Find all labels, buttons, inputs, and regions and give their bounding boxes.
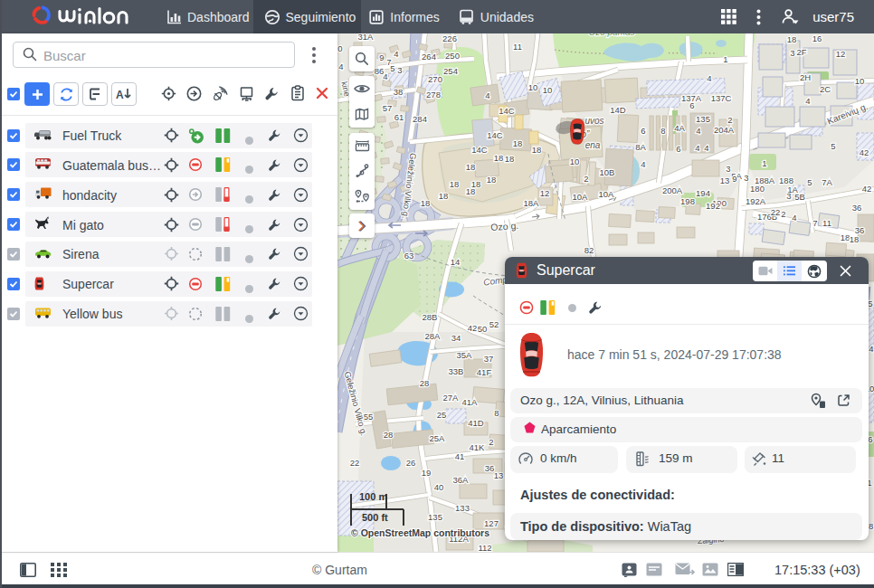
svg-text:192A: 192A bbox=[746, 196, 766, 206]
svg-text:8: 8 bbox=[494, 408, 499, 418]
svg-text:6: 6 bbox=[676, 144, 680, 154]
svg-text:4: 4 bbox=[792, 213, 796, 223]
svg-text:57: 57 bbox=[383, 103, 393, 113]
svg-text:14D: 14D bbox=[610, 105, 626, 115]
svg-text:112: 112 bbox=[478, 543, 491, 552]
svg-text:18: 18 bbox=[841, 232, 850, 242]
svg-text:28A: 28A bbox=[425, 331, 442, 341]
svg-text:10A: 10A bbox=[599, 189, 615, 199]
svg-text:3: 3 bbox=[726, 164, 730, 174]
svg-text:14C: 14C bbox=[471, 145, 488, 155]
svg-text:ena: ena bbox=[585, 140, 601, 150]
svg-text:4A: 4A bbox=[674, 123, 685, 133]
svg-text:18: 18 bbox=[513, 138, 523, 148]
svg-text:4: 4 bbox=[485, 90, 489, 100]
svg-text:31A: 31A bbox=[358, 33, 375, 42]
svg-text:26: 26 bbox=[406, 458, 416, 468]
svg-text:10: 10 bbox=[855, 76, 865, 86]
svg-text:9: 9 bbox=[379, 52, 384, 62]
svg-text:3: 3 bbox=[790, 48, 794, 58]
svg-text:4: 4 bbox=[707, 73, 711, 83]
svg-text:5: 5 bbox=[390, 63, 394, 73]
svg-text:133: 133 bbox=[455, 503, 470, 513]
svg-text:8A: 8A bbox=[635, 142, 646, 152]
svg-text:264: 264 bbox=[422, 52, 436, 62]
svg-text:Ozo g.: Ozo g. bbox=[490, 220, 519, 232]
svg-text:uvos: uvos bbox=[584, 116, 603, 126]
svg-text:2: 2 bbox=[584, 174, 588, 184]
svg-text:2H: 2H bbox=[800, 72, 811, 82]
svg-text:28: 28 bbox=[384, 430, 394, 440]
svg-text:4: 4 bbox=[869, 344, 873, 354]
svg-text:28B: 28B bbox=[423, 312, 438, 322]
svg-text:14C: 14C bbox=[499, 106, 515, 116]
svg-text:13: 13 bbox=[494, 470, 504, 480]
svg-text:52: 52 bbox=[489, 319, 499, 329]
svg-text:284: 284 bbox=[413, 114, 427, 124]
svg-text:11: 11 bbox=[822, 218, 831, 228]
svg-text:5B: 5B bbox=[794, 192, 805, 202]
svg-text:4: 4 bbox=[394, 49, 398, 59]
svg-text:10: 10 bbox=[570, 156, 580, 166]
svg-text:1: 1 bbox=[762, 158, 766, 168]
svg-text:3: 3 bbox=[744, 173, 748, 183]
svg-text:18: 18 bbox=[850, 234, 860, 244]
svg-text:0: 0 bbox=[337, 43, 342, 53]
svg-text:10A: 10A bbox=[573, 192, 589, 202]
svg-text:14C: 14C bbox=[487, 130, 503, 140]
svg-text:10: 10 bbox=[543, 85, 553, 95]
svg-text:254: 254 bbox=[443, 66, 458, 76]
svg-text:42: 42 bbox=[468, 323, 478, 333]
svg-text:Ozo parkas: Ozo parkas bbox=[588, 33, 634, 37]
svg-text:11: 11 bbox=[513, 42, 522, 52]
svg-text:27A: 27A bbox=[443, 393, 460, 403]
svg-text:38: 38 bbox=[394, 87, 404, 97]
svg-text:18A: 18A bbox=[524, 198, 540, 208]
svg-text:8: 8 bbox=[660, 126, 665, 136]
svg-text:61: 61 bbox=[394, 112, 404, 122]
svg-text:135: 135 bbox=[428, 512, 442, 522]
svg-text:16: 16 bbox=[812, 33, 822, 43]
svg-text:2: 2 bbox=[489, 437, 493, 447]
svg-text:25: 25 bbox=[437, 410, 447, 420]
svg-text:6: 6 bbox=[641, 126, 645, 136]
svg-text:41: 41 bbox=[455, 451, 465, 461]
svg-text:188: 188 bbox=[779, 175, 793, 185]
svg-text:13: 13 bbox=[720, 175, 730, 185]
svg-text:19: 19 bbox=[422, 468, 432, 478]
svg-text:22: 22 bbox=[771, 207, 781, 217]
svg-text:37: 37 bbox=[484, 354, 494, 364]
svg-text:137C: 137C bbox=[711, 93, 732, 103]
svg-text:6: 6 bbox=[868, 434, 872, 444]
svg-text:250: 250 bbox=[445, 51, 460, 61]
svg-text:36: 36 bbox=[852, 203, 862, 213]
svg-text:18: 18 bbox=[421, 198, 431, 208]
svg-text:4: 4 bbox=[805, 96, 810, 106]
svg-text:4: 4 bbox=[696, 126, 700, 136]
svg-text:100 m: 100 m bbox=[359, 491, 387, 502]
svg-text:10: 10 bbox=[528, 82, 538, 92]
svg-text:14: 14 bbox=[451, 257, 461, 267]
svg-text:42: 42 bbox=[862, 184, 872, 194]
svg-text:50: 50 bbox=[478, 324, 488, 334]
svg-text:18: 18 bbox=[787, 34, 797, 44]
svg-text:36A: 36A bbox=[453, 475, 470, 485]
svg-text:188A: 188A bbox=[755, 175, 775, 185]
svg-text:2C: 2C bbox=[820, 84, 831, 94]
svg-text:35A: 35A bbox=[457, 350, 473, 360]
svg-text:4: 4 bbox=[338, 62, 343, 71]
svg-text:22: 22 bbox=[350, 458, 360, 468]
svg-text:204A: 204A bbox=[714, 125, 735, 135]
svg-text:18: 18 bbox=[494, 153, 504, 163]
svg-text:A: A bbox=[116, 89, 124, 101]
svg-text:18: 18 bbox=[505, 154, 515, 164]
svg-text:226: 226 bbox=[442, 33, 457, 43]
svg-text:2F: 2F bbox=[796, 47, 806, 57]
svg-text:4: 4 bbox=[695, 143, 699, 153]
svg-text:270: 270 bbox=[428, 74, 442, 84]
svg-text:5: 5 bbox=[868, 299, 872, 308]
svg-text:10B: 10B bbox=[600, 167, 615, 177]
svg-text:137A: 137A bbox=[681, 93, 702, 103]
svg-text:2: 2 bbox=[727, 115, 732, 125]
svg-text:3: 3 bbox=[786, 191, 791, 201]
